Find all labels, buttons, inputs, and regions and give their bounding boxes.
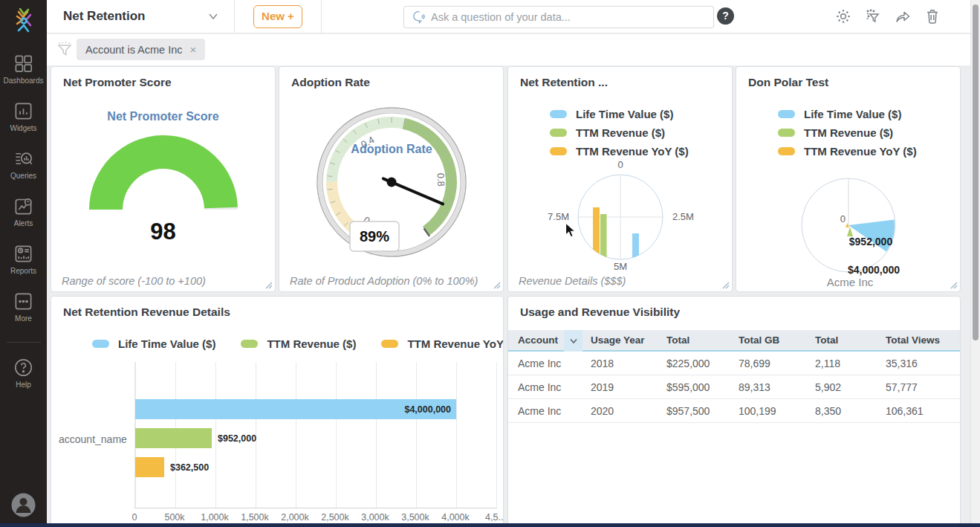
sidebar-item-help[interactable]: Help [13, 358, 33, 389]
adoption-chart-title: Adoption Rate [351, 143, 432, 155]
legend-swatch-green [241, 340, 258, 348]
filter-chip-label: Account is Acme Inc [85, 44, 183, 56]
legend-item[interactable]: Life Time Value ($) [92, 337, 215, 350]
filter-bar: Account is Acme Inc × [47, 34, 980, 65]
bar-ttm-revenue-yoy[interactable]: $362,500 [135, 457, 164, 477]
sidebar-item-widgets[interactable]: Widgets [10, 101, 36, 132]
resize-handle-icon[interactable] [721, 281, 730, 289]
sidebar-item-alerts[interactable]: Alerts [13, 196, 33, 227]
svg-text:0.8: 0.8 [435, 172, 447, 187]
table-row: Acme Inc 2019 $595,000 89,313 5,902 57,7… [508, 375, 960, 399]
filter-chip-close-icon[interactable]: × [190, 43, 197, 56]
search-input[interactable] [431, 11, 698, 23]
legend-item[interactable]: TTM Revenue ($) [241, 337, 356, 350]
legend-swatch-yellow [381, 340, 398, 348]
x-axis-ticks: 0 500k 1,000k 1,500k 2,000k 2,500k 3,000… [134, 512, 504, 524]
sidebar-item-label: Help [16, 381, 31, 389]
widgets-icon [13, 101, 33, 121]
help-icon [13, 358, 33, 378]
bar-chart-legend: Life Time Value ($) TTM Revenue ($) TTM … [92, 337, 504, 350]
legend-swatch-green [550, 129, 567, 137]
new-button[interactable]: New + [253, 5, 302, 28]
search-help-button[interactable]: ? [717, 7, 734, 25]
user-avatar[interactable] [10, 492, 36, 521]
account-column-dropdown[interactable] [564, 330, 583, 352]
table-row: Acme Inc 2020 $957,500 100,199 8,350 106… [508, 399, 960, 423]
avatar-icon [10, 492, 36, 518]
widget-footer: Range of score (-100 to +100) [62, 275, 206, 287]
nps-gauge-chart [51, 126, 276, 214]
resize-handle-icon[interactable] [950, 281, 958, 289]
usage-table: Account Usage Year Total Total GB Total … [508, 330, 960, 423]
sidebar-item-more[interactable]: More [13, 291, 33, 323]
dashboard-title[interactable]: Net Retention [63, 9, 146, 24]
don-polar-chart: 0 $952,000 $4,000,000 Acme Inc [736, 158, 961, 291]
bar-ttm-revenue[interactable]: $952,000 [135, 428, 212, 448]
widget-title: Net Promoter Score [63, 76, 172, 89]
plot-area: $4,000,000 $952,000 $362,500 [134, 362, 497, 508]
gear-icon [834, 7, 852, 25]
svg-text:7.5M: 7.5M [548, 211, 569, 222]
scrollbar-thumb[interactable] [973, 4, 979, 340]
share-button[interactable] [894, 7, 912, 25]
polar-bar-chart: 0 2.5M 5M 7.5M [508, 159, 733, 271]
sidebar-item-label: Queries [10, 172, 36, 180]
polar-legend: Life Time Value ($) TTM Revenue ($) TTM … [550, 108, 689, 164]
legend-swatch-yellow [778, 147, 795, 155]
bar-life-time-value[interactable]: $4,000,000 [135, 399, 456, 419]
app-logo-icon[interactable] [7, 6, 40, 37]
filter-chip-account[interactable]: Account is Acme Inc × [77, 39, 205, 60]
svg-text:0: 0 [840, 213, 846, 224]
settings-button[interactable] [834, 7, 852, 25]
legend-item[interactable]: TTM Revenue YoY ($) [381, 337, 504, 350]
delete-button[interactable] [924, 7, 941, 25]
sidebar-item-reports[interactable]: Reports [10, 244, 36, 275]
don-polar-legend: Life Time Value ($) TTM Revenue ($) TTM … [778, 108, 917, 164]
share-icon [894, 7, 912, 25]
sidebar-item-label: More [15, 314, 32, 323]
sidebar-item-label: Reports [10, 267, 36, 275]
widget-net-promoter-score: Net Promoter Score Net Promoter Score 98… [51, 66, 276, 292]
legend-item[interactable]: TTM Revenue ($) [778, 126, 917, 139]
horizontal-bar-chart: account_name $4,000,000 $952,000 $362,50… [51, 362, 504, 522]
sidebar-item-dashboards[interactable]: Dashboards [4, 54, 44, 85]
divider [321, 0, 322, 33]
app-window: Dashboards Widgets Queries [0, 0, 980, 527]
adoption-gauge-chart: 0 0.4 0.8 Adoption Rate 89% [310, 100, 473, 264]
bottom-edge-strip [0, 523, 980, 527]
svg-text:2.5M: 2.5M [672, 211, 694, 222]
legend-item[interactable]: Life Time Value ($) [550, 108, 689, 120]
resize-handle-icon[interactable] [265, 281, 273, 289]
top-bar: Net Retention New + ? [47, 0, 980, 33]
chevron-down-icon [569, 338, 578, 344]
sidebar-divider [7, 342, 41, 343]
widget-title: Net Retention ... [520, 76, 608, 89]
legend-item[interactable]: TTM Revenue YoY ($) [550, 145, 689, 158]
widget-usage-revenue-table: Usage and Revenue Visibility Account Usa… [507, 296, 961, 527]
widget-footer: Rate of Product Adoption (0% to 100%) [290, 275, 478, 287]
chevron-down-icon[interactable] [207, 12, 219, 21]
magic-filter-button[interactable] [864, 7, 882, 25]
table-row: Acme Inc 2018 $225,000 78,699 2,118 35,3… [508, 352, 960, 375]
widget-adoption-rate: Adoption Rate 0 0.4 0.8 Adoption Rate 89… [279, 66, 504, 292]
widget-revenue-details-bar: Net Retention Revenue Details Life Time … [51, 296, 504, 527]
widget-title: Usage and Revenue Visibility [520, 305, 680, 319]
trash-icon [924, 7, 941, 25]
adoption-value: 89% [360, 228, 389, 245]
sidebar-item-label: Widgets [10, 124, 36, 132]
legend-item[interactable]: TTM Revenue ($) [550, 126, 689, 139]
widget-footer: Revenue Details ($$$) [519, 275, 626, 287]
widget-title: Net Retention Revenue Details [63, 305, 230, 319]
legend-swatch-blue [778, 110, 795, 118]
resize-handle-icon[interactable] [493, 281, 501, 289]
sidebar-item-queries[interactable]: Queries [10, 149, 36, 180]
ask-data-search [403, 6, 714, 28]
column-header-total-gb: Total GB [729, 334, 805, 346]
legend-item[interactable]: Life Time Value ($) [778, 108, 917, 120]
widget-don-polar-test: Don Polar Test Life Time Value ($) TTM R… [736, 66, 961, 292]
legend-item[interactable]: TTM Revenue YoY ($) [778, 145, 917, 158]
widget-net-retention-polar: Net Retention ... Life Time Value ($) TT… [507, 66, 733, 292]
widget-title: Don Polar Test [748, 76, 828, 89]
don-polar-label-952000: $952,000 [849, 236, 893, 248]
dashboard-canvas: Net Promoter Score Net Promoter Score 98… [47, 65, 980, 527]
